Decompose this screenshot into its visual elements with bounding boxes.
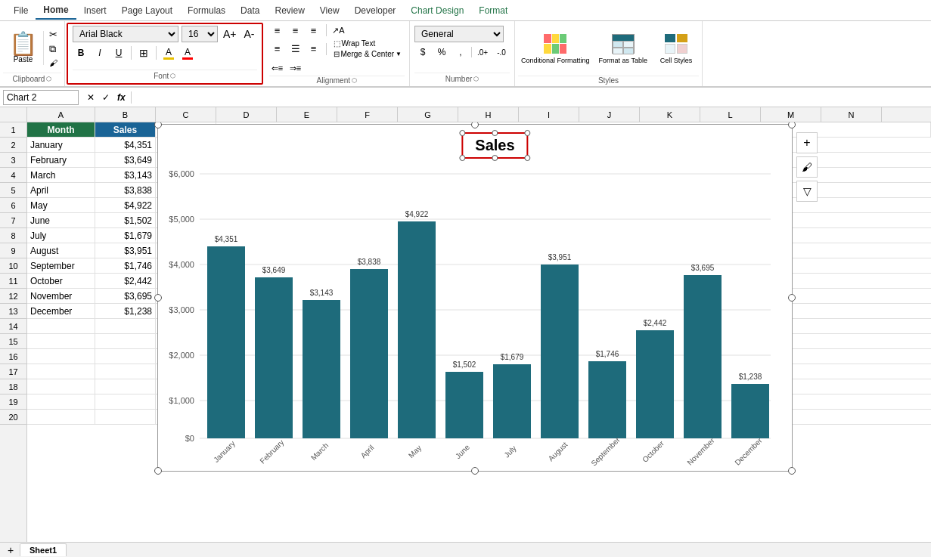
col-header-d[interactable]: D: [216, 107, 277, 122]
row-header-20[interactable]: 20: [0, 410, 26, 425]
cell-a8[interactable]: July: [27, 228, 95, 243]
cell-b3[interactable]: $3,649: [95, 153, 156, 167]
menu-formulas[interactable]: Formulas: [180, 2, 233, 19]
cell-b12[interactable]: $3,695: [95, 289, 156, 303]
row-header-10[interactable]: 10: [0, 258, 26, 274]
italic-button[interactable]: I: [92, 45, 108, 61]
row-header-18[interactable]: 18: [0, 379, 26, 394]
row-header-13[interactable]: 13: [0, 304, 26, 319]
cell-a2[interactable]: January: [27, 138, 95, 152]
clipboard-expand-icon[interactable]: ⬡: [46, 76, 51, 82]
title-handle-tl[interactable]: [459, 130, 465, 136]
cell-b10[interactable]: $1,746: [95, 258, 156, 273]
cell-a1[interactable]: Month: [27, 122, 95, 137]
row-header-17[interactable]: 17: [0, 364, 26, 379]
row-header-4[interactable]: 4: [0, 168, 26, 183]
font-expand-icon[interactable]: ⬡: [170, 73, 175, 79]
row-header-14[interactable]: 14: [0, 319, 26, 334]
bar-february[interactable]: [255, 277, 293, 438]
bold-button[interactable]: B: [73, 45, 89, 61]
cell-b11[interactable]: $2,442: [95, 274, 156, 288]
alignment-expand-icon[interactable]: ⬡: [352, 77, 357, 84]
align-top-left-button[interactable]: ≡: [269, 23, 286, 38]
conditional-formatting-button[interactable]: Conditional Formatting: [518, 23, 593, 76]
align-top-center-button[interactable]: ≡: [287, 23, 304, 38]
font-name-select[interactable]: Arial Black: [73, 26, 178, 42]
bar-august[interactable]: [541, 265, 579, 438]
copy-button[interactable]: ⧉: [47, 42, 60, 56]
align-right-button[interactable]: ≡: [306, 42, 322, 57]
resize-handle-br[interactable]: [788, 467, 796, 475]
row-header-12[interactable]: 12: [0, 289, 26, 304]
row-header-7[interactable]: 7: [0, 213, 26, 228]
col-header-k[interactable]: K: [640, 107, 700, 122]
col-header-h[interactable]: H: [458, 107, 519, 122]
bar-october[interactable]: [636, 330, 674, 438]
add-sheet-button[interactable]: +: [3, 544, 18, 556]
resize-handle-tl[interactable]: [154, 122, 162, 128]
cell-b4[interactable]: $3,143: [95, 168, 156, 182]
col-header-l[interactable]: L: [700, 107, 761, 122]
cell-a3[interactable]: February: [27, 153, 95, 167]
title-handle-tr[interactable]: [525, 130, 531, 136]
number-expand-icon[interactable]: ⬡: [473, 76, 479, 82]
cell-styles-button[interactable]: Cell Styles: [653, 23, 699, 76]
chart-filter-button[interactable]: ▽: [796, 181, 818, 202]
title-handle-br[interactable]: [525, 155, 531, 161]
cell-a4[interactable]: March: [27, 168, 95, 182]
dollar-button[interactable]: $: [414, 45, 431, 60]
cell-b6[interactable]: $4,922: [95, 198, 156, 212]
menu-page-layout[interactable]: Page Layout: [114, 2, 180, 19]
menu-developer[interactable]: Developer: [347, 2, 404, 19]
decrease-indent-button[interactable]: ⇐≡: [269, 60, 286, 76]
wrap-text-button[interactable]: ⬚ Wrap Text: [331, 39, 405, 48]
menu-view[interactable]: View: [312, 2, 347, 19]
font-decrease-button[interactable]: A-: [242, 27, 257, 41]
font-increase-button[interactable]: A+: [221, 27, 239, 41]
col-header-c[interactable]: C: [156, 107, 216, 122]
col-header-j[interactable]: J: [579, 107, 640, 122]
menu-file[interactable]: File: [6, 2, 36, 19]
row-header-15[interactable]: 15: [0, 334, 26, 349]
resize-handle-bl[interactable]: [154, 467, 162, 475]
resize-handle-mr[interactable]: [788, 294, 796, 302]
row-header-9[interactable]: 9: [0, 243, 26, 258]
font-size-select[interactable]: 16: [182, 26, 218, 42]
bar-march[interactable]: [303, 300, 340, 438]
chart-add-element-button[interactable]: +: [796, 132, 818, 153]
row-header-8[interactable]: 8: [0, 228, 26, 243]
formula-fx-icon[interactable]: fx: [115, 91, 128, 104]
bar-december[interactable]: [731, 384, 769, 438]
format-painter-button[interactable]: 🖌: [47, 57, 60, 68]
menu-insert[interactable]: Insert: [76, 2, 114, 19]
paste-button[interactable]: 📋 Paste: [3, 31, 44, 65]
col-header-b[interactable]: B: [95, 107, 156, 122]
row-header-11[interactable]: 11: [0, 274, 26, 289]
percent-button[interactable]: %: [433, 45, 450, 60]
bar-june[interactable]: [445, 372, 483, 438]
col-header-g[interactable]: G: [398, 107, 458, 122]
align-center-button[interactable]: ☰: [287, 42, 304, 57]
menu-review[interactable]: Review: [267, 2, 312, 19]
cell-a5[interactable]: April: [27, 183, 95, 197]
merge-center-button[interactable]: ⊟ Merge & Center ▼: [331, 49, 405, 59]
cell-b2[interactable]: $4,351: [95, 138, 156, 152]
cell-a9[interactable]: August: [27, 243, 95, 258]
number-format-select[interactable]: General: [414, 26, 504, 42]
chart-title-box[interactable]: Sales: [461, 132, 528, 159]
cell-a6[interactable]: May: [27, 198, 95, 212]
cell-a7[interactable]: June: [27, 213, 95, 227]
col-header-e[interactable]: E: [277, 107, 337, 122]
format-as-table-button[interactable]: Format as Table: [596, 23, 650, 76]
bar-may[interactable]: [398, 221, 436, 438]
formula-confirm-icon[interactable]: ✓: [100, 91, 112, 104]
cell-b9[interactable]: $3,951: [95, 243, 156, 258]
align-left-button[interactable]: ≡: [269, 42, 286, 57]
col-header-f[interactable]: F: [337, 107, 398, 122]
cell-a13[interactable]: December: [27, 304, 95, 318]
fill-color-button[interactable]: A: [160, 45, 177, 61]
cell-b1[interactable]: Sales: [95, 122, 156, 137]
formula-cancel-icon[interactable]: ✕: [85, 91, 97, 104]
row-header-19[interactable]: 19: [0, 394, 26, 410]
col-header-n[interactable]: N: [821, 107, 882, 122]
